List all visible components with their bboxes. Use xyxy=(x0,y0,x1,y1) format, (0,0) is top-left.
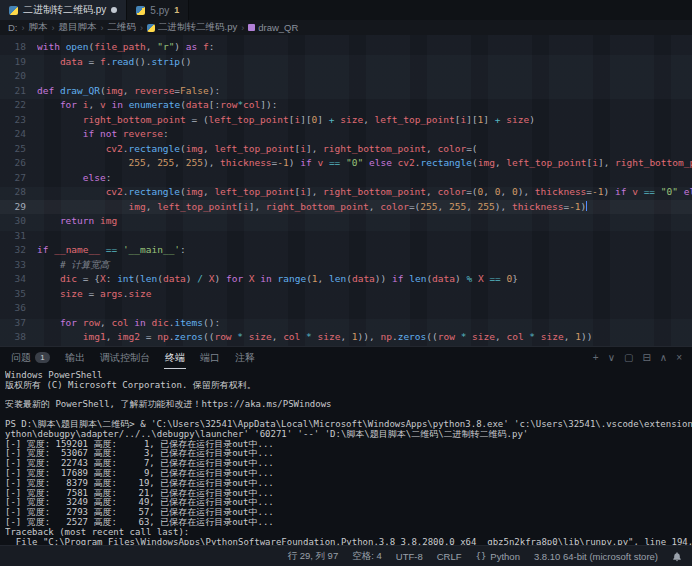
code-line[interactable]: 27 else: xyxy=(0,171,692,186)
code-text: 255, 255, 255), thickness=-1) if v == "0… xyxy=(37,156,692,171)
braces-icon: {} xyxy=(476,551,487,561)
python-file-icon xyxy=(136,6,145,15)
status-language[interactable]: {}Python xyxy=(476,551,520,562)
line-number: 34 xyxy=(0,272,26,287)
terminal-line: PS D:\脚本\题目脚本\二维码> & 'C:\Users\32541\App… xyxy=(5,420,692,430)
panel-tabs: 问题1输出调试控制台终端端口注释 xyxy=(10,347,256,369)
status-encoding[interactable]: UTF-8 xyxy=(396,551,423,562)
code-line[interactable]: 23 right_bottom_point = (left_top_point[… xyxy=(0,113,692,128)
code-text: cv2.rectangle(img, left_top_point[i], ri… xyxy=(37,142,692,157)
line-number: 30 xyxy=(0,214,26,229)
breadcrumb-item[interactable]: 脚本 xyxy=(29,21,48,34)
panel-tab-output[interactable]: 输出 xyxy=(64,347,86,369)
line-number: 31 xyxy=(0,229,26,244)
code-line[interactable]: 30 return img xyxy=(0,214,692,229)
code-editor[interactable]: 18with open(file_path, "r") as f:19 data… xyxy=(0,35,692,346)
code-line[interactable]: 19 data = f.read().strip() xyxy=(0,55,692,70)
terminal-line xyxy=(5,410,692,420)
new-terminal-icon[interactable]: + xyxy=(593,353,599,363)
terminal-line: [-] 宽度: 3249 高度: 49, 已保存在运行目录out中... xyxy=(5,498,692,508)
breadcrumb-label: 题目脚本 xyxy=(59,21,97,34)
code-line[interactable]: 34 dic = {X: int(len(data) / X) for X in… xyxy=(0,272,692,287)
panel-tab-label: 终端 xyxy=(165,351,185,365)
python-file-icon xyxy=(9,6,18,15)
code-line[interactable]: 37 for row, col in dic.items(): xyxy=(0,316,692,331)
code-text: for row, col in dic.items(): xyxy=(37,316,692,331)
panel-tab-label: 调试控制台 xyxy=(100,351,150,365)
code-line[interactable]: 31 xyxy=(0,229,692,244)
terminal-dropdown-icon[interactable]: ∨ xyxy=(608,353,615,363)
breadcrumb-item[interactable]: draw_QR xyxy=(248,22,298,33)
code-text: img, left_top_point[i], right_bottom_poi… xyxy=(37,200,692,215)
line-number: 25 xyxy=(0,142,26,157)
code-line[interactable]: 26 255, 255, 255), thickness=-1) if v ==… xyxy=(0,156,692,171)
breadcrumb-label: 脚本 xyxy=(29,21,48,34)
code-text: for i, v in enumerate(data[:row*col]): xyxy=(37,98,692,113)
code-line[interactable]: 35 size = args.size xyxy=(0,287,692,302)
code-text: img1, img2 = np.zeros((row * size, col *… xyxy=(37,330,692,345)
code-line[interactable]: 21def draw_QR(img, reverse=False): xyxy=(0,84,692,99)
status-cursor-position[interactable]: 行 29, 列 97 xyxy=(288,550,339,563)
editor-tab[interactable]: 5.py1 xyxy=(127,0,189,20)
terminal-line: [-] 宽度: 2527 高度: 63, 已保存在运行目录out中... xyxy=(5,518,692,528)
status-label: Python xyxy=(490,551,520,562)
panel-tab-comments[interactable]: 注释 xyxy=(234,347,256,369)
code-line[interactable]: 36 xyxy=(0,301,692,316)
terminal-line: [-] 宽度: 22743 高度: 7, 已保存在运行目录out中... xyxy=(5,459,692,469)
code-text xyxy=(37,229,692,244)
panel-tab-label: 注释 xyxy=(235,351,255,365)
code-line[interactable]: 32if __name__ == '__main__': xyxy=(0,243,692,258)
line-number: 18 xyxy=(0,40,26,55)
code-line[interactable]: 20 xyxy=(0,69,692,84)
code-line[interactable]: 38 img1, img2 = np.zeros((row * size, co… xyxy=(0,330,692,345)
panel-tab-problems[interactable]: 问题1 xyxy=(10,347,51,369)
breadcrumb-label: draw_QR xyxy=(258,22,298,33)
code-line[interactable]: 22 for i, v in enumerate(data[:row*col])… xyxy=(0,98,692,113)
code-line[interactable]: 24 if not reverse: xyxy=(0,127,692,142)
panel-tab-terminal[interactable]: 终端 xyxy=(164,347,186,369)
code-line[interactable]: 33 # 计算宽高 xyxy=(0,258,692,273)
terminal-output[interactable]: Windows PowerShell版权所有 (C) Microsoft Cor… xyxy=(0,369,692,545)
breadcrumb-item[interactable]: 题目脚本 xyxy=(59,21,97,34)
line-number: 24 xyxy=(0,127,26,142)
code-text: def draw_QR(img, reverse=False): xyxy=(37,84,692,99)
maximize-panel-icon[interactable]: ∧ xyxy=(660,353,667,363)
status-eol[interactable]: CRLF xyxy=(437,551,462,562)
code-text xyxy=(37,301,692,316)
status-bar-right: 行 29, 列 97空格: 4UTF-8CRLF{}Python3.8.10 6… xyxy=(288,550,659,563)
code-text: right_bottom_point = (left_top_point[i][… xyxy=(37,113,692,128)
code-line[interactable]: 18with open(file_path, "r") as f: xyxy=(0,40,692,55)
code-text: size = args.size xyxy=(37,287,692,302)
chevron-right-icon: › xyxy=(52,23,55,33)
code-text xyxy=(37,69,692,84)
breadcrumb-item[interactable]: D: xyxy=(8,22,18,33)
breadcrumb-item[interactable]: 二维码 xyxy=(108,21,137,34)
panel-tab-ports[interactable]: 端口 xyxy=(199,347,221,369)
code-line[interactable]: 29 img, left_top_point[i], right_bottom_… xyxy=(0,200,692,215)
chevron-right-icon: › xyxy=(241,23,244,33)
chevron-right-icon: › xyxy=(22,23,25,33)
status-indentation[interactable]: 空格: 4 xyxy=(352,550,382,563)
kill-terminal-icon[interactable]: ⊟ xyxy=(642,353,650,363)
status-label: 空格: 4 xyxy=(352,550,382,563)
code-text: if __name__ == '__main__': xyxy=(37,243,692,258)
breadcrumb-label: 二维码 xyxy=(108,21,137,34)
status-python-version[interactable]: 3.8.10 64-bit (microsoft store) xyxy=(534,551,658,562)
code-line[interactable]: 28 cv2.rectangle(img, left_top_point[i],… xyxy=(0,185,692,200)
problems-count-badge: 1 xyxy=(35,352,50,363)
line-number: 28 xyxy=(0,185,26,200)
close-panel-icon[interactable]: × xyxy=(676,353,682,363)
editor-tab[interactable]: 二进制转二维码.py xyxy=(0,0,127,20)
split-terminal-icon[interactable]: ▢ xyxy=(624,353,633,363)
breadcrumb-label: 二进制转二维码.py xyxy=(158,21,237,34)
bell-icon[interactable] xyxy=(672,551,682,562)
line-number: 23 xyxy=(0,113,26,128)
panel-tab-label: 输出 xyxy=(65,351,85,365)
terminal-line: [-] 宽度: 7581 高度: 21, 已保存在运行目录out中... xyxy=(5,489,692,499)
line-number: 20 xyxy=(0,69,26,84)
code-line[interactable]: 25 cv2.rectangle(img, left_top_point[i],… xyxy=(0,142,692,157)
terminal-line: 版权所有 (C) Microsoft Corporation. 保留所有权利。 xyxy=(5,381,692,391)
panel-tab-debug-console[interactable]: 调试控制台 xyxy=(99,347,151,369)
code-text: if not reverse: xyxy=(37,127,692,142)
breadcrumb-item[interactable]: 二进制转二维码.py xyxy=(147,21,237,34)
